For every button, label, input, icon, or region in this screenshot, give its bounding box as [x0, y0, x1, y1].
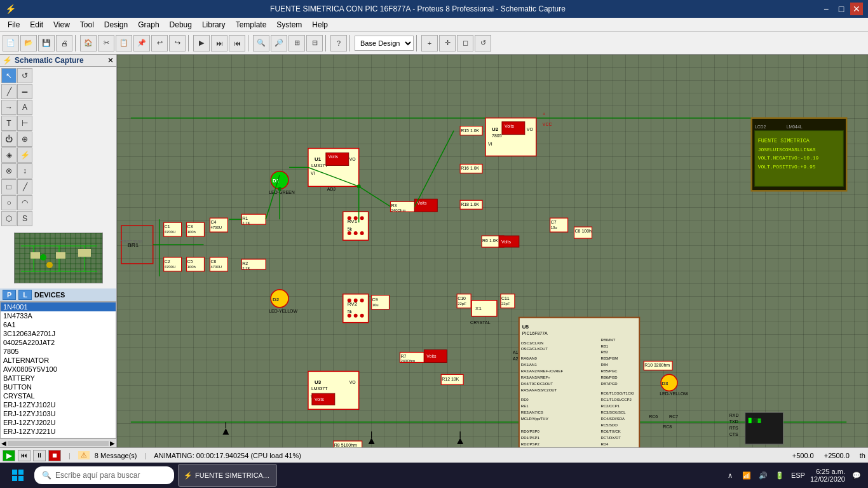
component-tool[interactable]: ↺	[17, 68, 32, 83]
scroll-left-icon[interactable]: ◀	[1, 440, 6, 447]
stop-button[interactable]: ⏹	[48, 450, 61, 461]
battery-icon[interactable]: 🔋	[773, 469, 786, 482]
tb-paste[interactable]: 📌	[133, 35, 150, 51]
animating-label: ANIMATING: 00:00:17.940254 (CPU load 41%…	[154, 452, 301, 459]
tb-zoom-all[interactable]: ⊟	[306, 35, 323, 51]
tb-rotate[interactable]: ↺	[475, 35, 491, 51]
arc-tool[interactable]: ◠	[17, 195, 32, 210]
svg-text:VOLT.NEGATIVO:-10.19: VOLT.NEGATIVO:-10.19	[758, 155, 819, 161]
left-scrollbar[interactable]: ◀ ▶	[0, 438, 116, 447]
ruler-tool[interactable]: ↕	[17, 163, 32, 179]
tb-zoom-fit[interactable]: ⊞	[288, 35, 305, 51]
net-tool[interactable]: ⊕	[17, 132, 32, 147]
search-box[interactable]: 🔍 Escribe aquí para buscar	[34, 466, 174, 484]
menu-file[interactable]: File	[3, 19, 25, 30]
tb-back[interactable]: ⏮	[229, 35, 245, 51]
language-indicator[interactable]: ESP	[791, 471, 805, 479]
mode-p-button[interactable]: P	[3, 290, 16, 300]
device-item-6a1[interactable]: 6A1	[1, 320, 116, 329]
box-tool[interactable]: □	[1, 179, 17, 194]
tb-redo[interactable]: ↪	[169, 35, 186, 51]
notifications-icon[interactable]: 💬	[850, 469, 863, 482]
maximize-button[interactable]: □	[835, 3, 848, 15]
tab-close-icon[interactable]: ✕	[107, 56, 114, 65]
polygon-tool[interactable]: ⬡	[1, 211, 17, 226]
svg-text:RB0/INT: RB0/INT	[600, 338, 615, 342]
circle-tool[interactable]: ○	[1, 195, 17, 210]
device-item-crystal[interactable]: CRYSTAL	[1, 391, 116, 400]
network-icon[interactable]: 📶	[740, 469, 753, 482]
menu-debug[interactable]: Debug	[165, 19, 197, 30]
device-item-alternator[interactable]: ALTERNATOR	[1, 356, 116, 365]
menu-tool[interactable]: Tool	[75, 19, 99, 30]
label-tool[interactable]: A	[17, 100, 32, 115]
menu-library[interactable]: Library	[197, 19, 231, 30]
device-item-7805[interactable]: 7805	[1, 347, 116, 356]
pin-tool[interactable]: →	[1, 100, 17, 115]
select-tool[interactable]: ↖	[1, 68, 17, 83]
tb-select[interactable]: ◻	[457, 35, 473, 51]
design-dropdown[interactable]: Base Design	[355, 36, 414, 51]
probe-tool[interactable]: ⚡	[17, 147, 32, 163]
device-item-1n4733a[interactable]: 1N4733A	[1, 311, 116, 320]
scroll-thumb[interactable]	[8, 441, 109, 446]
tb-add[interactable]: +	[421, 35, 438, 51]
bus-tool[interactable]: ═	[17, 84, 32, 99]
wire-tool[interactable]: ╱	[1, 84, 17, 99]
tb-move[interactable]: ✛	[439, 35, 456, 51]
tb-zoom-out[interactable]: 🔎	[271, 35, 287, 51]
device-item-3c12[interactable]: 3C12063A2701J	[1, 329, 116, 338]
tray-expand-icon[interactable]: ∧	[724, 469, 736, 482]
close-button[interactable]: ✕	[850, 3, 863, 15]
device-item-button[interactable]: BUTTON	[1, 383, 116, 391]
proteus-app-button[interactable]: ⚡ FUENTE SIMETRICA CON PIC...	[178, 464, 277, 487]
tb-save[interactable]: 💾	[38, 35, 55, 51]
start-button[interactable]	[5, 465, 31, 485]
symbol-tool[interactable]: S	[17, 211, 32, 226]
schematic-area[interactable]: BR1 GBPC3508 C1 4700U C2 4700U C3 100h C…	[117, 55, 868, 447]
device-item-battery[interactable]: BATTERY	[1, 374, 116, 383]
tb-new[interactable]: 📄	[3, 35, 19, 51]
tb-zoom-in[interactable]: 🔍	[253, 35, 269, 51]
menu-graph[interactable]: Graph	[133, 19, 164, 30]
menu-edit[interactable]: Edit	[25, 19, 48, 30]
tb-step[interactable]: ⏭	[211, 35, 227, 51]
rewind-button[interactable]: ⏮	[18, 450, 31, 461]
power-tool[interactable]: ⏻	[1, 132, 17, 147]
tb-print[interactable]: 🖨	[56, 35, 72, 51]
device-item-04025[interactable]: 04025A220JAT2	[1, 338, 116, 347]
devices-list[interactable]: 1N4001 1N4733A 6A1 3C12063A2701J 04025A2…	[0, 302, 116, 438]
play-button[interactable]: ▶	[3, 450, 15, 461]
device-item-erj1[interactable]: ERJ-12ZYJ102U	[1, 400, 116, 409]
tb-home[interactable]: 🏠	[80, 35, 97, 51]
device-item-erj3[interactable]: ERJ-12ZYJ202U	[1, 418, 116, 427]
clock[interactable]: 6:25 a.m. 12/02/2020	[810, 468, 845, 483]
pause-button[interactable]: ⏸	[33, 450, 46, 461]
bus-entry-tool[interactable]: ⊢	[17, 116, 32, 131]
scroll-right-icon[interactable]: ▶	[110, 440, 115, 447]
menu-view[interactable]: View	[48, 19, 75, 30]
text-tool[interactable]: T	[1, 116, 17, 131]
device-item-avx[interactable]: AVX0805Y5V100	[1, 365, 116, 374]
tb-help[interactable]: ?	[330, 35, 347, 51]
marker-tool[interactable]: ◈	[1, 147, 17, 163]
line-tool[interactable]: ╱	[17, 179, 32, 194]
menu-help[interactable]: Help	[307, 19, 333, 30]
sound-icon[interactable]: 🔊	[757, 469, 770, 482]
menu-system[interactable]: System	[271, 19, 307, 30]
mode-l-button[interactable]: L	[18, 290, 32, 300]
tb-undo[interactable]: ↩	[151, 35, 168, 51]
tb-copy[interactable]: 📋	[116, 35, 132, 51]
tb-open[interactable]: 📂	[20, 35, 37, 51]
svg-text:PIC16F877A: PIC16F877A	[522, 331, 548, 336]
device-item-erj2[interactable]: ERJ-12ZYJ103U	[1, 409, 116, 418]
tb-run[interactable]: ▶	[193, 35, 210, 51]
minimize-button[interactable]: −	[820, 3, 832, 15]
device-item-1n4001[interactable]: 1N4001	[1, 302, 116, 311]
device-item-erj4[interactable]: ERJ-12ZYJ221U	[1, 427, 116, 436]
origin-tool[interactable]: ⊗	[1, 163, 17, 179]
svg-text:VI: VI	[311, 171, 315, 175]
menu-template[interactable]: Template	[231, 19, 272, 30]
menu-design[interactable]: Design	[99, 19, 133, 30]
tb-cut[interactable]: ✂	[98, 35, 114, 51]
